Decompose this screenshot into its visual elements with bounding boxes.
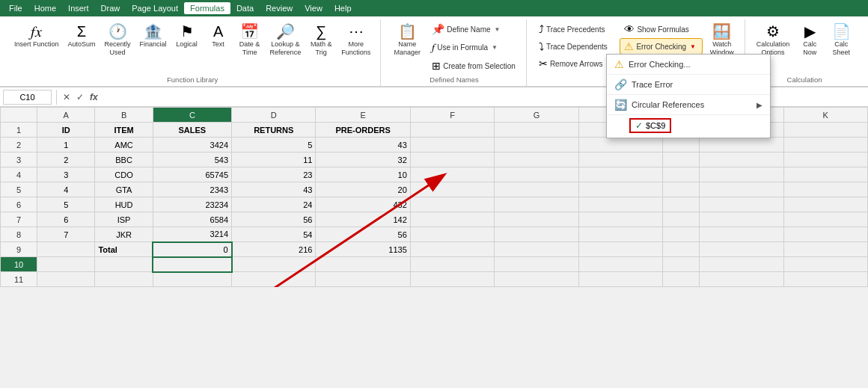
- cell-a10[interactable]: [37, 257, 95, 272]
- col-header-d[interactable]: D: [232, 108, 316, 123]
- cell-a8[interactable]: 7: [37, 227, 95, 242]
- cell-e9[interactable]: 1135: [316, 242, 410, 257]
- cell-a2[interactable]: 1: [37, 138, 95, 153]
- cell-reference-input[interactable]: C10: [3, 90, 52, 105]
- calc-sheet-button[interactable]: 📄 CalcSheet: [826, 21, 856, 60]
- cell-k2[interactable]: [783, 138, 868, 153]
- cell-g7[interactable]: [495, 212, 578, 227]
- cell-f8[interactable]: [410, 227, 494, 242]
- col-header-e[interactable]: E: [316, 108, 410, 123]
- menu-data[interactable]: Data: [230, 2, 260, 14]
- cell-b2[interactable]: AMC: [95, 138, 153, 153]
- cell-k7[interactable]: [783, 212, 868, 227]
- cell-a7[interactable]: 6: [37, 212, 95, 227]
- row-header-1[interactable]: 1: [1, 123, 37, 138]
- cell-j5[interactable]: [700, 182, 783, 197]
- trace-precedents-button[interactable]: ⤴ Trace Precedents: [534, 21, 617, 37]
- cell-d4[interactable]: 23: [232, 167, 316, 182]
- cell-d9[interactable]: 216: [232, 242, 316, 257]
- col-header-c[interactable]: C: [153, 108, 231, 123]
- cell-d11[interactable]: [232, 272, 316, 287]
- menu-formulas[interactable]: Formulas: [184, 2, 230, 14]
- cell-c10[interactable]: [153, 257, 231, 272]
- cell-b6[interactable]: HUD: [95, 197, 153, 212]
- show-formulas-button[interactable]: 👁 Show Formulas: [620, 21, 702, 37]
- cell-j11[interactable]: [700, 272, 783, 287]
- cell-b4[interactable]: CDO: [95, 167, 153, 182]
- cell-f6[interactable]: [410, 197, 494, 212]
- date-time-button[interactable]: 📅 Date &Time: [235, 21, 265, 60]
- cell-h10[interactable]: [578, 257, 662, 272]
- cell-a11[interactable]: [37, 272, 95, 287]
- cell-k8[interactable]: [783, 227, 868, 242]
- cell-e1[interactable]: PRE-ORDERS: [316, 123, 410, 138]
- cell-d10[interactable]: [232, 257, 316, 272]
- cell-k5[interactable]: [783, 182, 868, 197]
- confirm-icon[interactable]: ✓: [75, 90, 85, 104]
- row-header-6[interactable]: 6: [1, 197, 37, 212]
- text-button[interactable]: A Text: [204, 21, 233, 52]
- cell-c9[interactable]: 0: [153, 242, 231, 257]
- cell-b9[interactable]: Total: [95, 242, 153, 257]
- cell-j7[interactable]: [700, 212, 783, 227]
- fx-icon[interactable]: fx: [88, 90, 100, 104]
- cell-k6[interactable]: [783, 197, 868, 212]
- cell-k10[interactable]: [783, 257, 868, 272]
- cell-g11[interactable]: [495, 272, 578, 287]
- more-functions-button[interactable]: ⋯ MoreFunctions: [337, 21, 374, 60]
- cell-b1[interactable]: ITEM: [95, 123, 153, 138]
- cell-d5[interactable]: 43: [232, 182, 316, 197]
- cell-f9[interactable]: [410, 242, 494, 257]
- cell-j8[interactable]: [700, 227, 783, 242]
- cell-h5[interactable]: [578, 182, 662, 197]
- cell-i8[interactable]: [662, 227, 699, 242]
- row-header-4[interactable]: 4: [1, 167, 37, 182]
- name-manager-button[interactable]: 📋 NameManager: [388, 21, 426, 60]
- circular-ref-cell[interactable]: ✓ $C$9: [629, 118, 671, 133]
- menu-review[interactable]: Review: [260, 2, 299, 14]
- create-from-selection-button[interactable]: ⊞ Create from Selection: [427, 58, 520, 74]
- cell-a6[interactable]: 5: [37, 197, 95, 212]
- cell-f5[interactable]: [410, 182, 494, 197]
- cell-i2[interactable]: [662, 138, 699, 153]
- row-header-3[interactable]: 3: [1, 153, 37, 167]
- menu-home[interactable]: Home: [28, 2, 62, 14]
- cell-f2[interactable]: [410, 138, 494, 153]
- cell-a4[interactable]: 3: [37, 167, 95, 182]
- cell-i11[interactable]: [662, 272, 699, 287]
- autosum-button[interactable]: Σ AutoSum: [64, 21, 100, 52]
- cell-j6[interactable]: [700, 197, 783, 212]
- col-header-b[interactable]: B: [95, 108, 153, 123]
- circular-references-item[interactable]: 🔄 Circular References ▶: [607, 95, 770, 115]
- cell-f3[interactable]: [410, 153, 494, 167]
- cell-d6[interactable]: 24: [232, 197, 316, 212]
- cell-c4[interactable]: 65745: [153, 167, 231, 182]
- cell-h3[interactable]: [578, 153, 662, 167]
- col-header-a[interactable]: A: [37, 108, 95, 123]
- logical-button[interactable]: ⚑ Logical: [172, 21, 202, 52]
- cell-b7[interactable]: ISP: [95, 212, 153, 227]
- cell-j4[interactable]: [700, 167, 783, 182]
- cell-j2[interactable]: [700, 138, 783, 153]
- cell-c7[interactable]: 6584: [153, 212, 231, 227]
- row-header-8[interactable]: 8: [1, 227, 37, 242]
- cell-h4[interactable]: [578, 167, 662, 182]
- cell-i4[interactable]: [662, 167, 699, 182]
- cell-e5[interactable]: 20: [316, 182, 410, 197]
- error-checking-button[interactable]: ⚠ Error Checking ▼: [620, 38, 702, 55]
- insert-function-button[interactable]: 𝑓𝑥 Insert Function: [10, 21, 63, 52]
- row-header-9[interactable]: 9: [1, 242, 37, 257]
- menu-draw[interactable]: Draw: [95, 2, 126, 14]
- cell-c11[interactable]: [153, 272, 231, 287]
- cell-b8[interactable]: JKR: [95, 227, 153, 242]
- define-name-button[interactable]: 📌 Define Name ▼: [427, 21, 520, 37]
- cell-h9[interactable]: [578, 242, 662, 257]
- cell-f4[interactable]: [410, 167, 494, 182]
- cell-a5[interactable]: 4: [37, 182, 95, 197]
- cell-e7[interactable]: 142: [316, 212, 410, 227]
- cell-g4[interactable]: [495, 167, 578, 182]
- recently-used-button[interactable]: 🕐 RecentlyUsed: [101, 21, 135, 60]
- trace-dependents-button[interactable]: ⤵ Trace Dependents: [534, 38, 617, 55]
- cell-b11[interactable]: [95, 272, 153, 287]
- cell-d7[interactable]: 56: [232, 212, 316, 227]
